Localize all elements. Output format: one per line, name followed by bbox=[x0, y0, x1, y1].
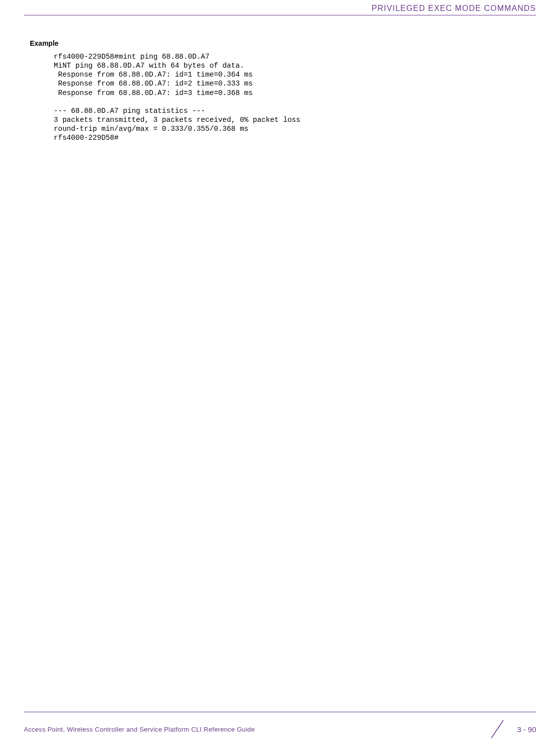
page-number: 3 - 90 bbox=[517, 725, 536, 734]
footer-divider bbox=[24, 712, 536, 712]
svg-line-0 bbox=[491, 720, 503, 738]
footer-row: Access Point, Wireless Controller and Se… bbox=[24, 718, 536, 740]
page-slash-icon bbox=[487, 718, 507, 740]
page-content: Example rfs4000-229D58#mint ping 68.88.0… bbox=[0, 15, 560, 142]
header-title: PRIVILEGED EXEC MODE COMMANDS bbox=[24, 4, 536, 13]
footer-guide-title: Access Point, Wireless Controller and Se… bbox=[24, 726, 255, 733]
example-heading: Example bbox=[30, 39, 536, 47]
code-block: rfs4000-229D58#mint ping 68.88.0D.A7 MiN… bbox=[54, 52, 536, 142]
footer-right: 3 - 90 bbox=[487, 718, 536, 740]
page-footer: Access Point, Wireless Controller and Se… bbox=[0, 712, 560, 740]
page-header: PRIVILEGED EXEC MODE COMMANDS bbox=[0, 0, 560, 15]
